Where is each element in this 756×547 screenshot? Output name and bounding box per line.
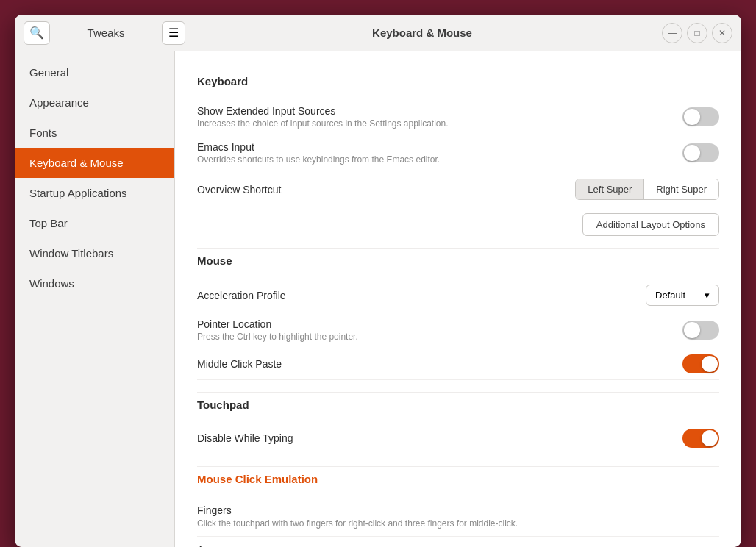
overview-shortcut-label: Overview Shortcut xyxy=(197,184,281,196)
right-super-button[interactable]: Right Super xyxy=(644,179,718,199)
acceleration-dropdown[interactable]: Default ▾ xyxy=(646,285,719,306)
area-label: Area xyxy=(197,544,719,547)
chevron-down-icon: ▾ xyxy=(705,290,710,301)
emulation-fingers: Fingers Click the touchpad with two fing… xyxy=(197,497,719,537)
mouse-section-header: Mouse xyxy=(197,254,719,267)
show-extended-row: Show Extended Input Sources Increases th… xyxy=(197,99,719,135)
pointer-location-row: Pointer Location Press the Ctrl key to h… xyxy=(197,312,719,348)
titlebar-left: 🔍 Tweaks ☰ xyxy=(24,21,185,45)
mouse-click-section-header: Mouse Click Emulation xyxy=(197,473,719,485)
pointer-location-info: Pointer Location Press the Ctrl key to h… xyxy=(197,318,682,342)
disable-typing-label: Disable While Typing xyxy=(197,432,293,444)
emulation-area: Area Click the bottom right of the touch… xyxy=(197,537,719,547)
keyboard-section-header: Keyboard xyxy=(197,75,719,87)
additional-layout-container: Additional Layout Options xyxy=(197,213,719,236)
app-window: 🔍 Tweaks ☰ Keyboard & Mouse — □ ✕ xyxy=(15,15,741,547)
additional-layout-button[interactable]: Additional Layout Options xyxy=(582,213,719,236)
sidebar-item-top-bar[interactable]: Top Bar xyxy=(15,208,174,238)
sidebar-item-startup-applications[interactable]: Startup Applications xyxy=(15,178,174,208)
fingers-desc: Click the touchpad with two fingers for … xyxy=(197,518,719,529)
maximize-button[interactable]: □ xyxy=(687,23,707,43)
sidebar-item-keyboard-mouse[interactable]: Keyboard & Mouse xyxy=(15,148,174,178)
middle-click-toggle[interactable] xyxy=(682,354,719,373)
titlebar-center: Keyboard & Mouse xyxy=(185,26,659,39)
section-divider-touchpad xyxy=(197,392,719,393)
middle-click-row: Middle Click Paste xyxy=(197,348,719,380)
close-icon: ✕ xyxy=(718,28,726,38)
section-divider-mouse xyxy=(197,248,719,249)
menu-button[interactable]: ☰ xyxy=(162,21,185,45)
pointer-location-desc: Press the Ctrl key to highlight the poin… xyxy=(197,332,682,342)
emacs-input-toggle[interactable] xyxy=(682,143,719,162)
left-super-button[interactable]: Left Super xyxy=(576,179,644,199)
sidebar-item-general[interactable]: General xyxy=(15,57,174,87)
app-name: Tweaks xyxy=(54,26,157,39)
acceleration-row: Acceleration Profile Default ▾ xyxy=(197,279,719,312)
show-extended-info: Show Extended Input Sources Increases th… xyxy=(197,105,682,129)
sidebar-item-appearance[interactable]: Appearance xyxy=(15,87,174,118)
overview-shortcut-row: Overview Shortcut Left Super Right Super xyxy=(197,171,719,207)
titlebar: 🔍 Tweaks ☰ Keyboard & Mouse — □ ✕ xyxy=(15,15,741,51)
show-extended-desc: Increases the choice of input sources in… xyxy=(197,118,682,129)
search-icon: 🔍 xyxy=(29,26,44,40)
content-area: Keyboard Show Extended Input Sources Inc… xyxy=(175,51,741,547)
acceleration-label: Acceleration Profile xyxy=(197,290,286,301)
show-extended-label: Show Extended Input Sources xyxy=(197,105,682,117)
window-controls: — □ ✕ xyxy=(659,23,732,43)
sidebar-item-windows[interactable]: Windows xyxy=(15,268,174,298)
fingers-label: Fingers xyxy=(197,504,719,516)
window-title: Keyboard & Mouse xyxy=(372,26,472,39)
sidebar-item-fonts[interactable]: Fonts xyxy=(15,118,174,148)
emacs-input-info: Emacs Input Overrides shortcuts to use k… xyxy=(197,141,682,165)
emacs-input-label: Emacs Input xyxy=(197,141,682,153)
disable-typing-row: Disable While Typing xyxy=(197,423,719,454)
overview-shortcut-btngroup: Left Super Right Super xyxy=(575,179,719,200)
pointer-location-label: Pointer Location xyxy=(197,318,682,330)
touchpad-section-header: Touchpad xyxy=(197,398,719,411)
disable-typing-toggle[interactable] xyxy=(682,429,719,448)
sidebar: General Appearance Fonts Keyboard & Mous… xyxy=(15,51,175,547)
maximize-icon: □ xyxy=(694,28,699,38)
main-content: General Appearance Fonts Keyboard & Mous… xyxy=(15,51,741,547)
minimize-button[interactable]: — xyxy=(662,23,682,43)
menu-icon: ☰ xyxy=(168,26,179,40)
minimize-icon: — xyxy=(668,28,677,38)
show-extended-toggle[interactable] xyxy=(682,107,719,126)
section-divider-emulation xyxy=(197,466,719,467)
sidebar-item-window-titlebars[interactable]: Window Titlebars xyxy=(15,238,174,268)
search-button[interactable]: 🔍 xyxy=(24,21,50,45)
pointer-location-toggle[interactable] xyxy=(682,321,719,340)
emacs-input-row: Emacs Input Overrides shortcuts to use k… xyxy=(197,135,719,171)
acceleration-value: Default xyxy=(655,290,685,301)
emacs-input-desc: Overrides shortcuts to use keybindings f… xyxy=(197,154,682,165)
close-button[interactable]: ✕ xyxy=(712,23,732,43)
middle-click-label: Middle Click Paste xyxy=(197,358,282,370)
